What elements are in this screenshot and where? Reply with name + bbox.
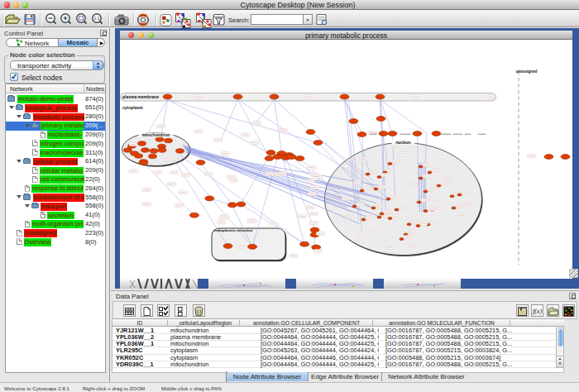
svg-text:unassigned: unassigned	[516, 69, 538, 73]
svg-text:mitochondrion: mitochondrion	[142, 133, 170, 137]
svg-text:plasma membrane: plasma membrane	[122, 93, 159, 98]
svg-text:endoplasmic reticulum: endoplasmic reticulum	[214, 228, 253, 232]
svg-text:nucleus: nucleus	[395, 140, 410, 144]
svg-text:1:1: 1:1	[94, 16, 100, 21]
svg-text:f(x): f(x)	[533, 308, 542, 315]
svg-text:cytoplasm: cytoplasm	[122, 105, 143, 110]
